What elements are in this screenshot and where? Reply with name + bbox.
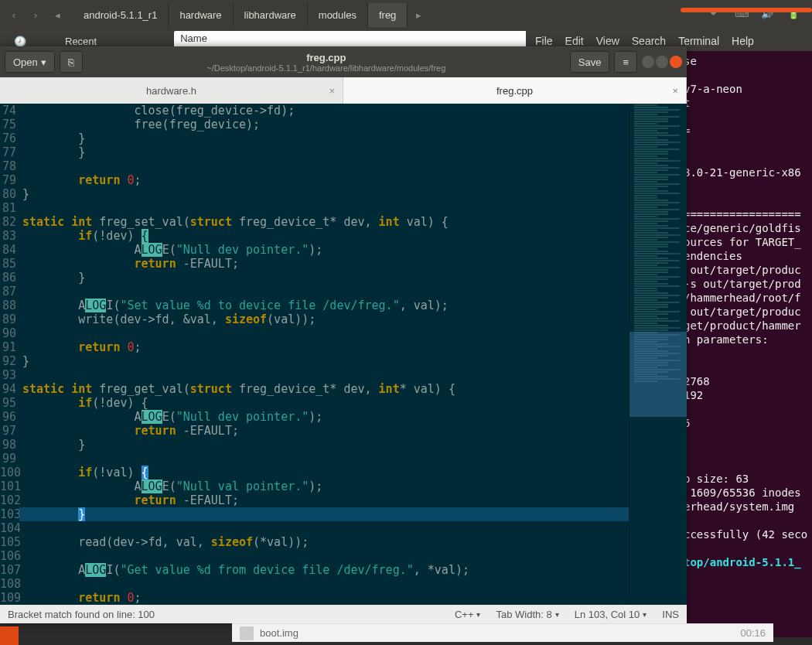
language-selector[interactable]: C++	[455, 609, 481, 620]
file-name: boot.img	[260, 627, 299, 639]
window-title: freg.cpp ~/Desktop/android-5.1.1_r1/hard…	[87, 52, 565, 73]
disk-icon	[240, 626, 254, 640]
nav-back-button[interactable]: ‹	[3, 4, 25, 26]
new-tab-button[interactable]: ⎘	[60, 51, 83, 73]
status-bar: Bracket match found on line: 100 C++ Tab…	[0, 605, 687, 623]
crumb-3[interactable]: modules	[308, 3, 368, 27]
minimap[interactable]	[629, 104, 687, 605]
insert-mode[interactable]: INS	[662, 609, 679, 620]
open-button[interactable]: Open▾	[5, 51, 55, 73]
crumb-more[interactable]: ▸	[408, 4, 429, 26]
editor-tabs: hardware.h × freg.cpp ×	[0, 77, 687, 104]
breadcrumb: android-5.1.1_r1 hardware libhardware mo…	[73, 3, 708, 27]
maximize-button[interactable]	[656, 56, 668, 68]
close-icon[interactable]: ×	[672, 85, 678, 97]
tab-freg-cpp[interactable]: freg.cpp ×	[343, 77, 687, 104]
hamburger-button[interactable]: ≡	[614, 51, 637, 73]
line-gutter: 7475767778798081828384858687888990919293…	[0, 104, 19, 605]
gedit-header[interactable]: Open▾ ⎘ freg.cpp ~/Desktop/android-5.1.1…	[0, 46, 687, 77]
crumb-4[interactable]: freg	[368, 3, 408, 27]
menu-help[interactable]: Help	[727, 33, 759, 49]
crumb-1[interactable]: hardware	[169, 3, 233, 27]
nav-forward-button[interactable]: ›	[25, 4, 46, 26]
minimize-button[interactable]	[642, 56, 654, 68]
code-area[interactable]: 7475767778798081828384858687888990919293…	[0, 104, 687, 605]
close-icon[interactable]: ×	[329, 85, 335, 97]
status-message: Bracket match found on line: 100	[8, 609, 155, 620]
clock-icon: 🕗	[14, 36, 26, 47]
nav-up-button[interactable]: ◂	[46, 4, 68, 26]
path-bar: ‹ › ◂ android-5.1.1_r1 hardware libhardw…	[0, 0, 812, 29]
file-time: 00:16	[740, 627, 766, 639]
crumb-0[interactable]: android-5.1.1_r1	[73, 3, 169, 27]
recent-label[interactable]: Recent	[65, 36, 97, 47]
crumb-2[interactable]: libhardware	[234, 3, 308, 27]
terminal-output[interactable]: sev7-a-neont=8.0-21-generic-x86=========…	[681, 51, 812, 637]
tab-hardware-h[interactable]: hardware.h ×	[0, 77, 343, 104]
close-button[interactable]	[670, 56, 682, 68]
cursor-position[interactable]: Ln 103, Col 10	[575, 609, 647, 620]
gedit-window: Open▾ ⎘ freg.cpp ~/Desktop/android-5.1.1…	[0, 46, 687, 623]
code-content[interactable]: close(freg_device->fd); free(freg_device…	[19, 104, 629, 605]
file-row[interactable]: boot.img 00:16	[232, 623, 773, 642]
tab-width-selector[interactable]: Tab Width: 8	[496, 609, 558, 620]
window-controls	[642, 56, 682, 68]
panel-selection	[681, 8, 812, 12]
save-button[interactable]: Save	[570, 51, 610, 73]
launcher-corner[interactable]	[0, 626, 19, 645]
minimap-viewport[interactable]	[629, 332, 687, 417]
